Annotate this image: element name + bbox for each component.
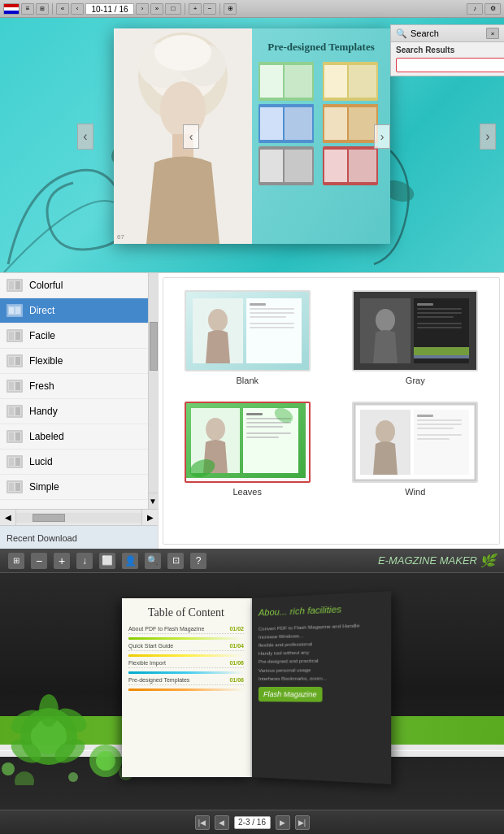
sidebar-item-fresh[interactable]: Fresh: [0, 374, 158, 399]
template-blank[interactable]: Blank: [176, 290, 319, 385]
sidebar-item-colorful[interactable]: Colorful: [0, 273, 158, 298]
zoom-in-icon[interactable]: +: [54, 553, 70, 569]
zoom-out-icon[interactable]: −: [31, 553, 47, 569]
search-input[interactable]: [396, 58, 504, 72]
next-icon[interactable]: ›: [136, 3, 149, 15]
template-gray-preview: [352, 290, 478, 371]
settings-icon[interactable]: ⚙: [484, 3, 501, 15]
first-page-button[interactable]: |◀: [195, 815, 210, 830]
separator: [52, 3, 53, 15]
flag-icon[interactable]: [3, 3, 20, 15]
svg-rect-11: [260, 65, 283, 98]
svg-point-7: [154, 35, 211, 71]
next-next-icon[interactable]: »: [150, 3, 163, 15]
template-gray[interactable]: Gray: [344, 290, 488, 385]
toc-bar-2: [128, 654, 244, 657]
search-icon[interactable]: 🔍: [145, 553, 161, 569]
book-thumb-4: [323, 104, 378, 143]
book-thumb-2: [323, 62, 378, 101]
help-icon[interactable]: ?: [190, 553, 206, 569]
svg-rect-98: [417, 434, 462, 436]
sidebar: Colorful Direct Facile Flexible: [0, 273, 159, 549]
sidebar-item-lucid[interactable]: Lucid: [0, 450, 158, 475]
toc-item-4-page: 01/08: [229, 677, 244, 683]
book-page-templates: Pre-designed Templates: [252, 28, 390, 244]
sidebar-vertical-scrollbar[interactable]: ▼: [148, 273, 158, 509]
book-prev-arrow[interactable]: ‹: [183, 124, 199, 149]
viewer-next-arrow[interactable]: ›: [480, 124, 496, 150]
template-gray-label: Gray: [406, 376, 425, 385]
h-scrollbar-thumb[interactable]: [33, 514, 65, 522]
prev-icon[interactable]: ‹: [71, 3, 84, 15]
sidebar-item-simple[interactable]: Simple: [0, 475, 158, 500]
svg-point-109: [2, 762, 15, 775]
svg-rect-72: [417, 316, 454, 318]
next-page-button[interactable]: ▶: [276, 815, 290, 830]
viewer-prev-arrow[interactable]: ‹: [77, 124, 93, 150]
scrollbar-down-arrow[interactable]: ▼: [148, 493, 158, 509]
svg-rect-62: [250, 316, 286, 318]
scroll-right-arrow[interactable]: ▶: [141, 510, 158, 526]
zoom-out-icon[interactable]: −: [203, 3, 216, 15]
lucid-icon: [7, 455, 23, 468]
middle-section: Colorful Direct Facile Flexible: [0, 272, 504, 549]
svg-rect-45: [15, 407, 20, 415]
svg-rect-95: [417, 419, 462, 421]
svg-rect-73: [417, 323, 462, 324]
template-blank-label: Blank: [236, 376, 259, 385]
toc-item-3-label: Flexible Import: [128, 660, 166, 666]
book-next-arrow[interactable]: ›: [374, 124, 390, 149]
template-wind-preview: [352, 402, 478, 483]
svg-rect-60: [250, 308, 294, 310]
svg-rect-30: [15, 281, 20, 289]
apps-icon[interactable]: ⊞: [8, 553, 24, 569]
menu-icon[interactable]: ≡: [21, 3, 34, 15]
svg-rect-75: [414, 347, 469, 355]
svg-rect-33: [15, 307, 20, 314]
svg-rect-14: [324, 65, 347, 98]
scroll-left-arrow[interactable]: ◀: [0, 510, 16, 526]
toc-bar-4: [128, 688, 244, 691]
person-icon[interactable]: 👤: [122, 553, 138, 569]
svg-rect-59: [250, 303, 266, 306]
template-leaves[interactable]: Leaves: [176, 402, 319, 497]
book-thumb-1: [259, 62, 314, 101]
volume-icon[interactable]: ♪: [467, 3, 483, 15]
last-page-button[interactable]: ▶|: [295, 815, 310, 830]
svg-rect-42: [15, 382, 20, 390]
horizontal-scrollbar[interactable]: [16, 513, 141, 523]
sidebar-item-direct[interactable]: Direct: [0, 298, 158, 324]
fullscreen-icon[interactable]: □: [165, 3, 181, 15]
window-icon[interactable]: ⬜: [99, 553, 115, 569]
sidebar-item-facile[interactable]: Facile: [0, 324, 158, 349]
grid-icon[interactable]: ⊞: [36, 3, 49, 15]
svg-rect-38: [9, 357, 14, 365]
svg-rect-70: [417, 308, 462, 310]
download-icon[interactable]: ↓: [76, 553, 93, 569]
svg-rect-96: [417, 424, 462, 425]
sidebar-item-handy[interactable]: Handy: [0, 399, 158, 424]
sidebar-item-labeled[interactable]: Labeled: [0, 424, 158, 450]
zoom-in-icon[interactable]: +: [189, 3, 202, 15]
scrollbar-thumb[interactable]: [150, 322, 158, 371]
recent-download-button[interactable]: Recent Download: [0, 525, 158, 549]
svg-rect-24: [285, 150, 312, 182]
labeled-icon: [7, 430, 23, 443]
svg-point-102: [39, 694, 59, 727]
sidebar-item-flexible[interactable]: Flexible: [0, 349, 158, 374]
search-close-button[interactable]: ×: [486, 28, 499, 39]
svg-point-110: [15, 771, 34, 785]
crop-icon[interactable]: ⊡: [167, 553, 184, 569]
direct-icon: [7, 304, 23, 317]
share-icon[interactable]: ⊕: [224, 3, 237, 15]
page-indicator: 2-3 / 16: [234, 816, 271, 829]
svg-rect-53: [9, 483, 14, 491]
toc-item-3: Flexible Import 01/06: [128, 660, 244, 668]
svg-rect-48: [15, 432, 20, 441]
template-wind[interactable]: Wind: [344, 402, 488, 497]
prev-prev-icon[interactable]: «: [56, 3, 69, 15]
svg-rect-21: [349, 107, 376, 140]
separator3: [219, 3, 220, 15]
sidebar-label-handy: Handy: [29, 406, 58, 417]
prev-page-button[interactable]: ◀: [215, 815, 229, 830]
